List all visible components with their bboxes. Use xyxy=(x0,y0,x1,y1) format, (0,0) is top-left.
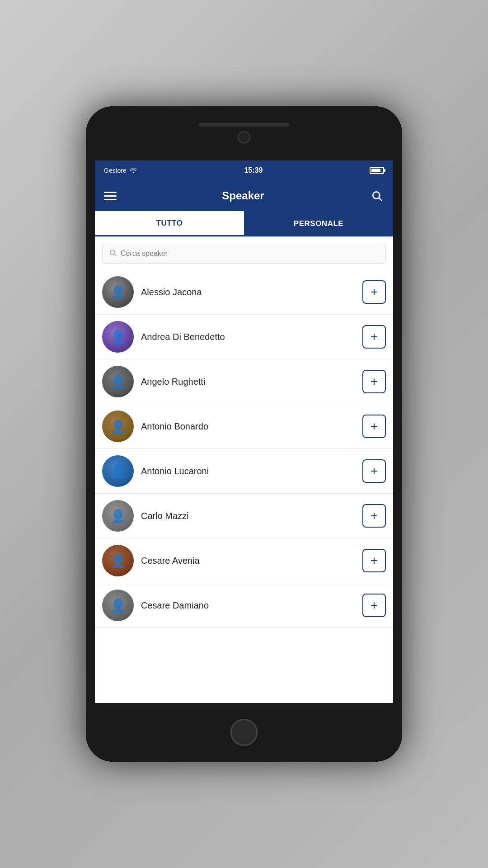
search-bar[interactable] xyxy=(102,244,386,264)
list-item[interactable]: 👤 Angelo Rughetti + xyxy=(95,359,393,404)
avatar: 👤 xyxy=(102,455,134,487)
add-speaker-button[interactable]: + xyxy=(362,325,386,349)
search-bar-container xyxy=(95,237,393,270)
wifi-icon xyxy=(129,167,137,175)
avatar: 👤 xyxy=(102,410,134,442)
list-item[interactable]: 👤 Cesare Avenia + xyxy=(95,538,393,583)
add-speaker-button[interactable]: + xyxy=(362,549,386,572)
avatar: 👤 xyxy=(102,590,134,621)
svg-point-0 xyxy=(373,192,380,198)
svg-point-2 xyxy=(110,250,115,255)
home-button[interactable] xyxy=(230,719,258,746)
search-icon xyxy=(371,190,383,202)
menu-button[interactable] xyxy=(104,192,117,200)
add-speaker-button[interactable]: + xyxy=(362,280,386,304)
search-bar-icon xyxy=(109,249,117,259)
speaker-name: Antonio Bonardo xyxy=(141,421,355,432)
list-item[interactable]: 👤 Andrea Di Benedetto + xyxy=(95,315,393,359)
add-speaker-button[interactable]: + xyxy=(362,504,386,528)
avatar: 👤 xyxy=(102,500,134,532)
phone-top-bezel xyxy=(86,106,402,160)
list-item[interactable]: 👤 Antonio Bonardo + xyxy=(95,404,393,449)
svg-line-1 xyxy=(379,198,382,201)
tab-personale[interactable]: PERSONALE xyxy=(244,211,393,236)
search-button[interactable] xyxy=(370,189,384,203)
list-item[interactable]: 👤 Alessio Jacona + xyxy=(95,270,393,315)
speaker-name: Carlo Mazzi xyxy=(141,511,355,521)
battery-indicator xyxy=(370,167,384,174)
status-time: 15:39 xyxy=(244,166,263,175)
phone-frame: Gestore 15:39 xyxy=(86,106,402,762)
list-item[interactable]: 👤 Cesare Damiano + xyxy=(95,583,393,628)
speaker-name: Cesare Damiano xyxy=(141,600,355,611)
avatar: 👤 xyxy=(102,276,134,308)
speaker-name: Alessio Jacona xyxy=(141,287,355,297)
battery-icon xyxy=(370,167,384,174)
list-item[interactable]: 👤 Carlo Mazzi + xyxy=(95,494,393,538)
list-item[interactable]: 👤 Antonio Lucaroni + xyxy=(95,449,393,494)
speaker-name: Antonio Lucaroni xyxy=(141,466,355,476)
speaker-name: Andrea Di Benedetto xyxy=(141,332,355,342)
status-bar: Gestore 15:39 xyxy=(95,160,393,180)
add-speaker-button[interactable]: + xyxy=(362,459,386,483)
carrier-name: Gestore xyxy=(104,167,127,174)
avatar: 👤 xyxy=(102,321,134,353)
screen: Gestore 15:39 xyxy=(95,160,393,703)
avatar: 👤 xyxy=(102,545,134,576)
app-header: Speaker xyxy=(95,180,393,211)
battery-fill xyxy=(371,169,380,172)
speaker-list: 👤 Alessio Jacona + 👤 Andrea Di Benedetto… xyxy=(95,270,393,703)
carrier-info: Gestore xyxy=(104,167,137,175)
speaker-grille xyxy=(199,123,289,127)
tab-tutto[interactable]: TUTTO xyxy=(95,211,244,236)
tab-bar: TUTTO PERSONALE xyxy=(95,211,393,237)
search-input[interactable] xyxy=(121,250,379,258)
add-speaker-button[interactable]: + xyxy=(362,370,386,393)
avatar: 👤 xyxy=(102,366,134,397)
svg-line-3 xyxy=(114,254,116,256)
phone-bottom-bezel xyxy=(86,703,402,762)
add-speaker-button[interactable]: + xyxy=(362,594,386,617)
page-title: Speaker xyxy=(222,189,264,202)
speaker-name: Cesare Avenia xyxy=(141,556,355,566)
speaker-name: Angelo Rughetti xyxy=(141,377,355,387)
add-speaker-button[interactable]: + xyxy=(362,415,386,438)
front-camera xyxy=(238,131,250,144)
